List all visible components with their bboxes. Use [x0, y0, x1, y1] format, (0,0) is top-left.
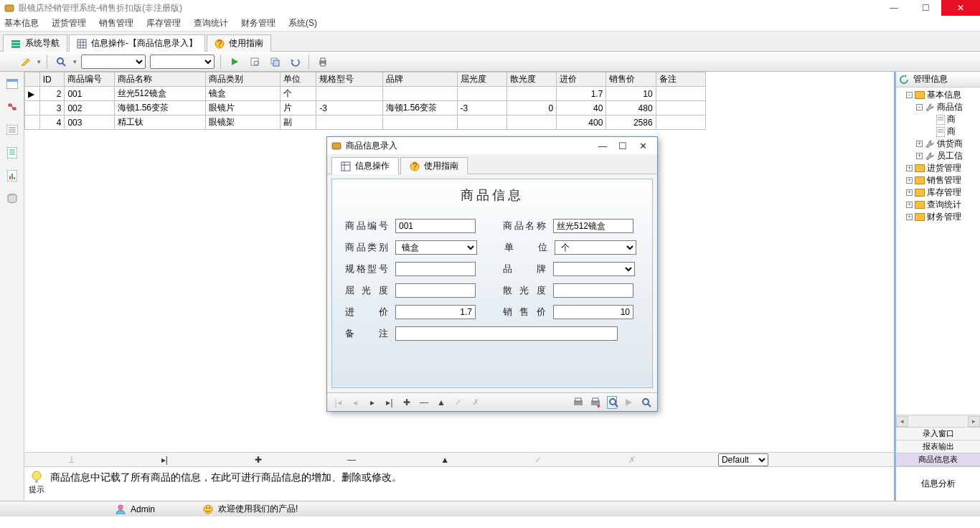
input-spec[interactable]	[395, 262, 476, 276]
nav-style-select[interactable]: Default	[718, 453, 768, 466]
dlg-nav-del[interactable]: —	[419, 397, 429, 407]
management-tree[interactable]: -基本信息-商品信商商+供货商+员工信+进货管理+销售管理+库存管理+查询统计+…	[896, 88, 980, 415]
dlg-nav-prev[interactable]: ◂	[350, 397, 360, 407]
tab-guide[interactable]: ? 使用指南	[207, 34, 271, 52]
input-name[interactable]	[553, 219, 633, 233]
toolbar-filter2-select[interactable]	[150, 55, 215, 69]
tree-node[interactable]: +员工信	[897, 150, 980, 162]
dialog-tab-guide[interactable]: ? 使用指南	[400, 157, 468, 174]
input-qu[interactable]	[395, 283, 476, 298]
tree-node[interactable]: +库存管理	[897, 187, 980, 199]
dlg-nav-add[interactable]: ✚	[402, 397, 412, 407]
dlg-nav-last[interactable]: ▸|	[385, 397, 395, 407]
leftbar-table-icon[interactable]	[4, 76, 20, 92]
label-unit: 单 位	[504, 241, 547, 254]
dialog-titlebar[interactable]: 商品信息录入 — ☐ ✕	[327, 137, 657, 154]
toolbar-print-button[interactable]	[315, 54, 331, 70]
window-title: 眼镜店经销管理系统-销售折扣版(非注册版)	[19, 2, 182, 14]
dlg-nav-post[interactable]: ✓	[453, 397, 463, 407]
window-minimize-button[interactable]: —	[878, 0, 910, 16]
tab-navigation[interactable]: 系统导航	[3, 34, 67, 52]
right-tab-product[interactable]: 商品信息表	[896, 453, 980, 466]
nav-edit-button[interactable]: ▲	[438, 455, 452, 465]
label-brand: 品 牌	[503, 263, 546, 275]
leftbar-doc-icon[interactable]	[4, 145, 20, 161]
dialog-close-button[interactable]: ✕	[633, 141, 653, 151]
nav-add-button[interactable]: ✚	[251, 455, 265, 465]
tree-node[interactable]: +销售管理	[897, 174, 980, 187]
menu-purchase[interactable]: 进货管理	[52, 17, 86, 29]
nav-prev-button[interactable]: ▸|	[157, 455, 171, 465]
right-panel-title: 管理信息	[913, 73, 948, 85]
dlg-nav-first[interactable]: |◂	[333, 397, 343, 407]
dlg-nav-next[interactable]: ▸	[367, 397, 377, 407]
leftbar-link-icon[interactable]	[4, 99, 20, 115]
menu-basic[interactable]: 基本信息	[4, 17, 39, 29]
refresh-icon[interactable]	[899, 75, 909, 85]
window-close-button[interactable]: ✕	[941, 0, 980, 16]
input-san[interactable]	[553, 283, 633, 298]
toolbar-preview-button[interactable]	[247, 54, 263, 70]
menu-finance[interactable]: 财务管理	[241, 17, 275, 29]
dialog-app-icon	[331, 141, 341, 151]
tab-product-entry[interactable]: 信息操作-【商品信息录入】	[69, 34, 205, 52]
input-cost[interactable]	[395, 305, 476, 319]
toolbar-edit-button[interactable]	[17, 54, 33, 70]
select-unit[interactable]: 个	[555, 240, 636, 255]
dlg-print-icon[interactable]	[573, 397, 583, 408]
dialog-maximize-button[interactable]: ☐	[613, 141, 633, 151]
tree-node[interactable]: +查询统计	[897, 199, 980, 211]
nav-cancel-button[interactable]: ✗	[625, 455, 639, 465]
dlg-nav-cancel[interactable]: ✗	[471, 397, 481, 407]
nav-first-button[interactable]: ꓕ	[64, 455, 78, 465]
leftbar-db-icon[interactable]	[4, 191, 20, 207]
dlg-run-icon[interactable]	[624, 398, 634, 407]
tree-node[interactable]: 商	[897, 113, 980, 126]
leftbar-form-icon[interactable]	[4, 122, 20, 138]
toolbar-copy-button[interactable]	[267, 54, 283, 70]
right-tab-entry[interactable]: 录入窗口	[896, 428, 980, 440]
dlg-find-icon[interactable]	[641, 397, 651, 407]
bulb-icon	[29, 470, 44, 484]
input-note[interactable]	[395, 326, 618, 341]
nav-post-button[interactable]: ✓	[531, 455, 545, 465]
dialog-minimize-button[interactable]: —	[593, 141, 613, 151]
svg-point-58	[610, 399, 616, 405]
toolbar-run-button[interactable]	[227, 54, 242, 70]
right-panel: 管理信息 -基本信息-商品信商商+供货商+员工信+进货管理+销售管理+库存管理+…	[894, 72, 980, 501]
input-price[interactable]	[553, 305, 633, 319]
label-qu: 屈 光 度	[345, 284, 388, 297]
select-cat[interactable]: 镜盒	[395, 240, 477, 255]
select-brand[interactable]	[553, 262, 635, 276]
dlg-print-next-icon[interactable]	[590, 397, 600, 408]
nav-delete-button[interactable]: —	[344, 455, 359, 465]
svg-point-36	[32, 471, 41, 480]
menu-query[interactable]: 查询统计	[194, 17, 228, 29]
tree-node[interactable]: +财务管理	[897, 211, 980, 223]
tree-node[interactable]: -商品信	[897, 101, 980, 113]
window-maximize-button[interactable]: ☐	[910, 0, 941, 16]
tree-node[interactable]: 商	[897, 126, 980, 138]
left-iconbar	[0, 72, 24, 501]
svg-rect-49	[341, 162, 350, 171]
tab-navigation-label: 系统导航	[25, 37, 60, 50]
dialog-tab-operate[interactable]: 信息操作	[331, 157, 399, 174]
menu-system[interactable]: 系统(S)	[288, 17, 317, 29]
right-scroll-h[interactable]: ◂▸	[896, 415, 980, 427]
leftbar-report-icon[interactable]	[4, 168, 20, 184]
hint-text: 商品信息中记载了所有商品的信息，在此可进行商品信息的增加、删除或修改。	[50, 470, 402, 484]
input-code[interactable]	[395, 219, 476, 233]
menu-sales[interactable]: 销售管理	[99, 17, 133, 29]
toolbar-filter1-select[interactable]	[81, 55, 146, 69]
toolbar-search-button[interactable]	[53, 54, 69, 70]
dlg-nav-edit[interactable]: ▲	[436, 397, 446, 407]
label-price: 销 售 价	[503, 306, 546, 319]
toolbar-undo-button[interactable]	[287, 54, 303, 70]
svg-rect-2	[11, 43, 20, 45]
tree-node[interactable]: -基本信息	[897, 89, 980, 101]
tree-node[interactable]: +进货管理	[897, 162, 980, 174]
dlg-preview-icon[interactable]	[607, 396, 617, 409]
right-tab-report[interactable]: 报表输出	[896, 440, 980, 453]
tree-node[interactable]: +供货商	[897, 138, 980, 150]
menu-stock[interactable]: 库存管理	[146, 17, 181, 29]
